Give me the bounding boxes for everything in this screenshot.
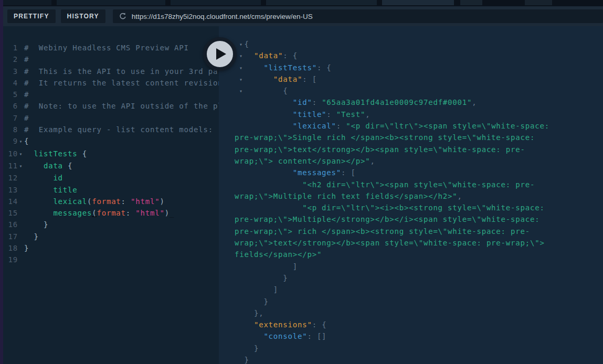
code-token: title <box>53 186 77 194</box>
code-token: "listTests" <box>263 63 317 72</box>
browser-tab[interactable] <box>525 0 552 5</box>
fold-arrow-icon[interactable]: ▾ <box>18 160 24 172</box>
line-number: 16 <box>3 219 18 230</box>
code-token <box>24 197 53 206</box>
code-token <box>235 180 302 189</box>
code-token: "lexical" <box>293 122 336 130</box>
fold-arrow-icon[interactable]: ▾ <box>239 85 245 97</box>
code-token: "id" <box>293 98 312 106</box>
prettify-button[interactable]: PRETTIFY <box>7 9 56 23</box>
playground-toolbar: PRETTIFY HISTORY <box>0 6 603 26</box>
code-token: format <box>97 209 125 217</box>
code-token: ] <box>235 262 298 271</box>
code-token <box>24 209 53 217</box>
query-line: 9▾{ <box>3 135 219 147</box>
fold-gutter <box>18 112 24 124</box>
play-icon <box>216 48 226 60</box>
code-token: id <box>53 174 62 182</box>
browser-tab[interactable] <box>266 0 377 5</box>
code-token <box>235 122 293 130</box>
query-line: 1# Webiny Headless CMS Preview API <box>3 42 219 53</box>
browser-tab[interactable] <box>57 0 165 5</box>
code-token: } <box>24 244 29 252</box>
line-number: 2 <box>3 53 18 65</box>
response-line: "<p dir=\"ltr\"><i><b><strong style=\"wh… <box>235 202 556 260</box>
code-token: "html" <box>131 197 160 206</box>
code-token: { <box>24 137 29 145</box>
fold-gutter <box>18 207 24 219</box>
fold-arrow-icon[interactable]: ▾ <box>239 39 245 50</box>
response-line: "lexical": "<p dir=\"ltr\"><span style=\… <box>235 120 556 167</box>
execute-query-button[interactable] <box>203 37 237 71</box>
code-token: "html" <box>135 209 164 217</box>
code-token: } <box>24 220 48 229</box>
code-token <box>235 320 254 329</box>
fold-gutter <box>18 53 24 65</box>
response-line: "id": "65aa3a01fd4a1e0009c97edf#0001", <box>235 97 556 108</box>
response-line: ] <box>235 284 556 295</box>
query-line-code: # Note: to use the API outside of the pl <box>24 100 219 112</box>
response-lines: ▾ {▾ "data": {▾ "listTests": {▾ "data": … <box>235 38 556 364</box>
code-token: ) <box>165 209 170 217</box>
query-line-code: # Example query - list content models: <box>24 124 213 135</box>
code-token: : { <box>283 51 298 60</box>
browser-tab[interactable] <box>460 0 482 5</box>
code-token: "title" <box>293 110 327 119</box>
code-token: "Test" <box>336 110 365 119</box>
code-token: : { <box>312 320 327 329</box>
line-number: 3 <box>3 66 18 77</box>
code-token: "messages" <box>293 168 341 177</box>
history-button[interactable]: HISTORY <box>61 9 105 23</box>
code-token: ( <box>87 197 92 206</box>
fold-arrow-icon[interactable]: ▾ <box>239 62 245 74</box>
fold-arrow-icon[interactable]: ▾ <box>18 135 24 147</box>
response-line: "<h2 dir=\"ltr\"><span style=\"white-spa… <box>235 179 556 202</box>
code-token: } <box>235 356 249 364</box>
query-line: 15 messages(format: "html")_ <box>3 207 219 219</box>
code-token: : { <box>317 63 332 72</box>
code-token <box>235 332 263 340</box>
query-line: 14 lexical(format: "html") <box>3 196 219 207</box>
code-token: format <box>92 197 121 206</box>
response-line: } <box>235 272 556 284</box>
query-line-code: title <box>24 184 78 196</box>
code-token: : [ <box>341 168 356 177</box>
fold-gutter <box>18 231 24 242</box>
query-line: 10▾ listTests { <box>3 148 219 160</box>
endpoint-url-bar[interactable] <box>113 9 603 23</box>
response-viewer: ▾ {▾ "data": {▾ "listTests": {▾ "data": … <box>219 26 603 364</box>
response-line: ▾ "data": [ <box>235 73 556 85</box>
fold-arrow-icon[interactable]: ▾ <box>18 148 24 160</box>
refresh-icon <box>119 12 127 20</box>
code-token: # <box>24 90 29 99</box>
browser-tab[interactable] <box>171 0 261 5</box>
endpoint-url-input[interactable] <box>132 13 597 20</box>
line-number: 12 <box>3 172 18 184</box>
code-token: , <box>370 157 375 165</box>
line-number: 14 <box>3 196 18 207</box>
response-line: "console": [] <box>235 330 556 342</box>
line-number: 5 <box>3 89 18 100</box>
fold-arrow-icon[interactable]: ▾ <box>239 74 245 85</box>
query-line: 12 id <box>3 172 219 184</box>
code-token: "extensions" <box>254 320 312 329</box>
browser-tab[interactable] <box>382 0 454 5</box>
query-editor[interactable]: 1# Webiny Headless CMS Preview API2#3# T… <box>3 26 219 364</box>
code-token: # Example query - list content models: <box>24 125 213 134</box>
code-token: , <box>458 192 462 200</box>
code-token: : <box>126 209 135 217</box>
line-number: 17 <box>3 231 18 242</box>
code-token: { <box>78 149 87 158</box>
code-token: # It returns the latest content revision <box>24 79 219 87</box>
code-token <box>235 168 293 177</box>
query-line-code: } <box>24 231 39 242</box>
code-token: "console" <box>263 332 307 340</box>
fold-arrow-icon[interactable]: ▾ <box>239 50 245 62</box>
code-token <box>24 162 44 170</box>
browser-tab[interactable] <box>2 0 51 5</box>
query-line-code: } <box>24 219 48 230</box>
query-line-code: lexical(format: "html") <box>24 196 165 207</box>
fold-gutter <box>18 242 24 254</box>
code-token: }, <box>235 309 263 317</box>
code-token: # Webiny Headless CMS Preview API <box>24 44 189 52</box>
